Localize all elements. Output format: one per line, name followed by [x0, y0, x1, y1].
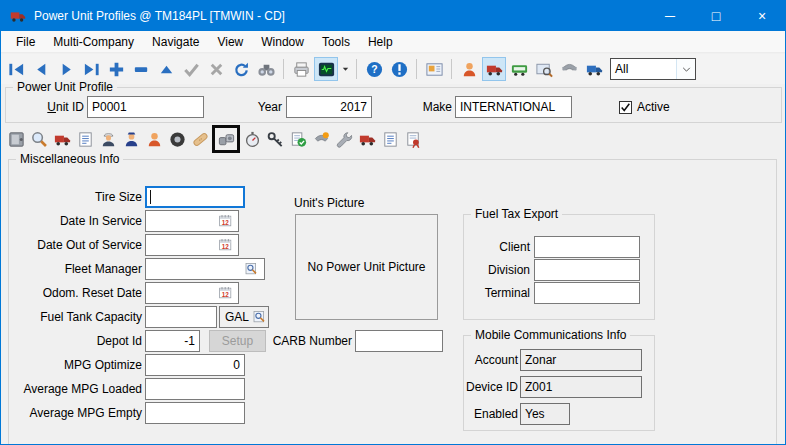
prev-icon: [32, 60, 51, 79]
repair-tab[interactable]: [189, 127, 211, 151]
fuel-tank-capacity-field[interactable]: [145, 306, 217, 328]
driver-tab[interactable]: [143, 127, 165, 151]
collapse-button[interactable]: [154, 57, 178, 81]
menu-window[interactable]: Window: [252, 32, 313, 52]
trailer-profile-button[interactable]: [507, 57, 531, 81]
next-record-button[interactable]: [54, 57, 78, 81]
last-record-button[interactable]: [79, 57, 103, 81]
dropdown-caret-button[interactable]: [339, 57, 351, 81]
carb-number-field[interactable]: [355, 330, 443, 352]
calendar-icon[interactable]: 12: [218, 237, 234, 253]
carrier-profile-button[interactable]: [582, 57, 606, 81]
account-field[interactable]: Zonar: [520, 349, 642, 371]
delete-record-button[interactable]: [129, 57, 153, 81]
unit-id-field[interactable]: P0001: [87, 96, 204, 118]
customer-profile-button[interactable]: [457, 57, 481, 81]
first-record-button[interactable]: [4, 57, 28, 81]
power-unit-profile-group: Power Unit Profile Unit ID P0001 Year 20…: [5, 87, 782, 123]
date-in-service-field[interactable]: 12: [145, 210, 239, 232]
print-button[interactable]: [289, 57, 313, 81]
save-button[interactable]: [179, 57, 203, 81]
app-truck-icon: [9, 7, 27, 25]
truck-tab[interactable]: [356, 127, 378, 151]
date-out-of-service-field[interactable]: 12: [145, 234, 239, 256]
make-field[interactable]: INTERNATIONAL: [455, 96, 572, 118]
terminal-label: Terminal: [466, 282, 530, 304]
division-field[interactable]: [534, 259, 640, 281]
prev-record-button[interactable]: [29, 57, 53, 81]
tire-size-field[interactable]: [145, 186, 245, 208]
notes-tab[interactable]: [74, 127, 96, 151]
cancel-button[interactable]: [204, 57, 228, 81]
lookup-icon[interactable]: [244, 261, 260, 277]
find-button[interactable]: [254, 57, 278, 81]
tire-tab[interactable]: [166, 127, 188, 151]
menu-multi-company[interactable]: Multi-Company: [44, 32, 143, 52]
menu-file[interactable]: File: [7, 32, 44, 52]
active-checkbox[interactable]: [619, 101, 632, 114]
fleet-manager-field[interactable]: [145, 258, 265, 280]
unit-picture-label: Unit's Picture: [294, 192, 364, 214]
safe-tab[interactable]: [5, 127, 27, 151]
close-button[interactable]: ×: [739, 1, 785, 31]
timer-tab[interactable]: [241, 127, 263, 151]
calendar-icon[interactable]: 12: [218, 285, 234, 301]
year-label: Year: [222, 96, 282, 118]
about-button[interactable]: [387, 57, 411, 81]
filter-dropdown[interactable]: All: [610, 58, 696, 80]
first-icon: [7, 60, 26, 79]
up-icon: [157, 60, 176, 79]
device-id-field[interactable]: Z001: [520, 376, 642, 398]
menu-view[interactable]: View: [208, 32, 252, 52]
unit-search-tab[interactable]: [28, 127, 50, 151]
client-field[interactable]: [534, 236, 640, 258]
power-unit-profile-button[interactable]: [482, 57, 506, 81]
minimize-button[interactable]: ─: [647, 1, 693, 31]
card-icon: [425, 60, 444, 79]
filter-dropdown-value: All: [611, 59, 676, 79]
certificate-tab[interactable]: [402, 127, 424, 151]
unit-search-icon: [30, 130, 49, 149]
key-tab[interactable]: [264, 127, 286, 151]
carb-number-label: CARB Number: [239, 330, 352, 352]
service-tab[interactable]: [333, 127, 355, 151]
odom-reset-date-field[interactable]: 12: [145, 282, 239, 304]
repair-icon: [191, 130, 210, 149]
power-unit-tab[interactable]: [51, 127, 73, 151]
help-button[interactable]: ?: [362, 57, 386, 81]
toolbar-separator: [416, 59, 417, 79]
average-mpg-empty-field[interactable]: [145, 402, 245, 424]
profile-window-button[interactable]: [422, 57, 446, 81]
unit-card-button[interactable]: [532, 57, 556, 81]
report-tab[interactable]: [379, 127, 401, 151]
refresh-button[interactable]: [229, 57, 253, 81]
terminal-field[interactable]: [534, 282, 640, 304]
power-unit-profile-group-label: Power Unit Profile: [13, 80, 117, 95]
chauffeur-tab[interactable]: [97, 127, 119, 151]
phone-alert-tab[interactable]: [310, 127, 332, 151]
inspection-tab[interactable]: [287, 127, 309, 151]
depot-id-value: -1: [184, 334, 195, 348]
mobile-comm-rows: AccountZonarDevice IDZ001EnabledYes: [464, 336, 654, 430]
lookup-icon[interactable]: [252, 309, 268, 325]
equipment-tab[interactable]: [212, 125, 240, 153]
add-record-button[interactable]: [104, 57, 128, 81]
phone-button[interactable]: [557, 57, 581, 81]
average-mpg-loaded-label: Average MPG Loaded: [9, 378, 142, 400]
mpg-optimize-field[interactable]: 0: [145, 354, 245, 376]
caret-down-icon: [341, 65, 350, 74]
maximize-button[interactable]: □: [693, 1, 739, 31]
menu-help[interactable]: Help: [359, 32, 402, 52]
calendar-icon[interactable]: 12: [218, 213, 234, 229]
menu-tools[interactable]: Tools: [313, 32, 359, 52]
tab-toolbar: [5, 124, 424, 154]
filter-dropdown-button[interactable]: [676, 59, 695, 79]
year-field[interactable]: 2017: [286, 96, 372, 118]
depot-id-field[interactable]: -1: [145, 330, 200, 352]
enabled-field[interactable]: Yes: [520, 403, 570, 425]
menu-navigate[interactable]: Navigate: [143, 32, 208, 52]
monitor-button[interactable]: [314, 57, 338, 81]
average-mpg-loaded-field[interactable]: [145, 378, 245, 400]
officer-tab[interactable]: [120, 127, 142, 151]
mpg-optimize-value: 0: [233, 358, 240, 372]
